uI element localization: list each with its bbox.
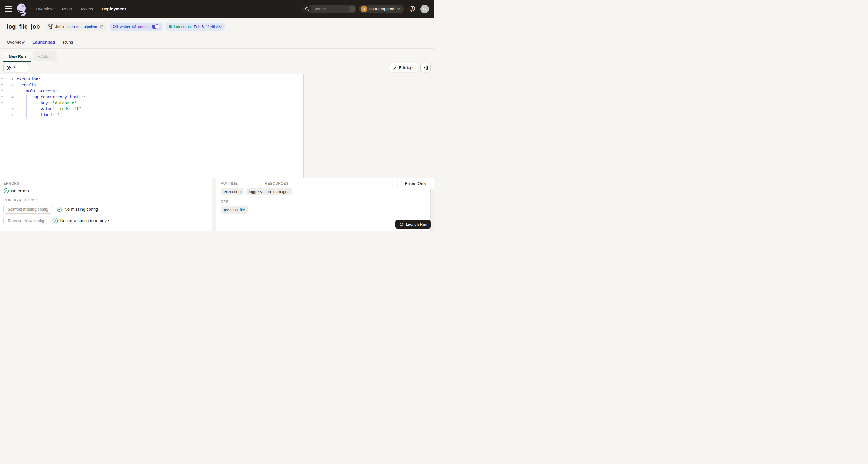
code-line[interactable]: value: "redshift" (17, 106, 303, 112)
sensor-toggle[interactable] (152, 25, 159, 29)
line-number: 3 (4, 88, 13, 94)
job-badge-prefix: Job in (55, 25, 65, 29)
panel-scrollbar-track[interactable] (212, 178, 216, 231)
job-tabs: Overview Launchpad Runs (0, 35, 434, 49)
run-preview-panel: RUNTIME executionloggers RESOURCES io_ma… (216, 178, 434, 231)
line-number: 7 (4, 112, 13, 118)
code-line[interactable]: tag_concurrency_limits: (17, 94, 303, 100)
search-input[interactable]: Search... / (303, 4, 356, 13)
deployment-name: data-eng-prod (369, 7, 394, 11)
ops-section-label: OPS (221, 200, 434, 204)
check-circle-icon (53, 218, 58, 223)
launch-run-button[interactable]: Launch Run (396, 220, 431, 229)
fold-arrow-icon[interactable]: ▾ (1, 78, 3, 80)
code-line[interactable]: execution: (17, 76, 303, 82)
tab-overview[interactable]: Overview (7, 35, 25, 48)
line-number: 6 (4, 106, 13, 112)
job-tree-icon (49, 24, 53, 29)
sensor-link[interactable]: watch_s3_sensor (120, 25, 150, 29)
launchpad-toolbar: * Edit tags (0, 62, 434, 74)
op-selector-input[interactable]: * (3, 63, 29, 72)
fold-arrow-icon[interactable]: ▾ (1, 102, 3, 104)
tag: io_manager (265, 188, 292, 195)
add-run-config-tab[interactable]: + Add... (33, 51, 57, 62)
line-number-column: 1234567 (4, 76, 13, 118)
page-header: log_file_job Job in data-eng-pipeline wa… (0, 18, 434, 35)
deployment-switcher[interactable]: D data-eng-prod (359, 4, 404, 13)
line-number: 2 (4, 82, 13, 88)
scaffold-missing-config-button[interactable]: Scaffold missing config (3, 205, 53, 213)
line-number: 1 (4, 76, 13, 82)
tag: process_file (221, 206, 248, 213)
tag: loggers (246, 188, 265, 195)
latest-run-badge: Latest run: Feb 6, 11:46 AM (166, 23, 224, 31)
check-circle-icon (57, 206, 62, 212)
sensor-icon (113, 24, 118, 29)
no-extra-config-status: No extra config to remove (53, 218, 109, 223)
line-number: 4 (4, 94, 13, 100)
edit-tags-button[interactable]: Edit tags (389, 63, 418, 72)
nav-link-assets[interactable]: Assets (81, 6, 93, 11)
top-navbar: Overview Runs Assets Deployment Search..… (0, 0, 434, 18)
latest-run-link[interactable]: Feb 6, 11:46 AM (194, 25, 222, 29)
errors-only-checkbox[interactable] (397, 181, 402, 186)
bottom-panel: ERRORS No errors CONFIG ACTIONS: Scaffol… (0, 178, 434, 231)
repo-link[interactable]: data-eng-pipeline (67, 25, 97, 29)
op-selector-value: * (13, 65, 16, 70)
nav-link-deployment[interactable]: Deployment (102, 6, 126, 11)
resource-tags: io_manager (265, 188, 292, 195)
nav-links: Overview Runs Assets Deployment (36, 6, 126, 11)
tab-runs[interactable]: Runs (63, 35, 73, 48)
errors-only-label: Errors Only (405, 181, 426, 186)
panel-scrollbar-track[interactable] (430, 189, 434, 231)
run-status-dot (169, 25, 172, 28)
config-schema-panel (303, 74, 434, 177)
code-area[interactable]: execution: config: multiprocess: tag_con… (15, 76, 303, 177)
search-shortcut-key: / (349, 6, 354, 12)
page-title: log_file_job (7, 23, 40, 30)
config-editor-split: ▾▾▾▾▾ 1234567 execution: config: multipr… (0, 74, 434, 178)
check-circle-icon (3, 188, 9, 194)
menu-icon[interactable] (4, 6, 12, 11)
fold-arrow-icon[interactable]: ▾ (1, 90, 3, 92)
code-line[interactable]: - key: "database" (17, 100, 303, 106)
config-actions-label: CONFIG ACTIONS: (3, 198, 209, 202)
code-line[interactable]: limit: 2 (17, 112, 303, 118)
yaml-config-editor[interactable]: ▾▾▾▾▾ 1234567 execution: config: multipr… (0, 74, 303, 177)
op-tags: process_file (221, 206, 434, 213)
svg-text:?: ? (411, 7, 413, 10)
code-line[interactable]: config: (17, 82, 303, 88)
dagster-logo-icon[interactable] (16, 3, 28, 18)
no-missing-config-status: No missing config (57, 206, 98, 212)
runtime-tags: executionloggers (221, 188, 265, 195)
fold-column: ▾▾▾▾▾ (0, 76, 4, 118)
line-number: 5 (4, 100, 13, 106)
errors-section-label: ERRORS (3, 181, 209, 186)
no-errors-status: No errors (3, 188, 209, 194)
chevron-down-icon (397, 7, 401, 11)
pencil-icon (393, 66, 397, 70)
tab-launchpad[interactable]: Launchpad (33, 35, 55, 48)
sensor-badge: watch_s3_sensor (110, 23, 162, 31)
play-panel-icon (423, 65, 428, 70)
help-icon[interactable]: ? (409, 5, 416, 12)
resources-section-label: RESOURCES (265, 181, 292, 186)
op-graph-icon (6, 65, 11, 70)
latest-run-label: Latest run: (174, 25, 192, 29)
search-placeholder: Search... (313, 7, 349, 11)
launchpad-run-tabs: New Run + Add... (0, 49, 434, 62)
job-location-badge: Job in data-eng-pipeline (45, 23, 106, 31)
new-run-tab[interactable]: New Run (3, 51, 31, 62)
nav-link-runs[interactable]: Runs (62, 6, 72, 11)
runtime-section-label: RUNTIME (221, 181, 265, 186)
fold-arrow-icon[interactable]: ▾ (1, 84, 3, 87)
reload-icon[interactable] (99, 24, 103, 29)
expand-panel-button[interactable] (421, 63, 431, 72)
nav-link-overview[interactable]: Overview (36, 6, 54, 11)
user-avatar[interactable]: G (421, 5, 429, 13)
errors-panel: ERRORS No errors CONFIG ACTIONS: Scaffol… (0, 178, 212, 231)
tag: execution (221, 188, 244, 195)
remove-extra-config-button[interactable]: Remove extra config (3, 216, 48, 225)
code-line[interactable]: multiprocess: (17, 88, 303, 94)
fold-arrow-icon[interactable]: ▾ (1, 96, 3, 98)
